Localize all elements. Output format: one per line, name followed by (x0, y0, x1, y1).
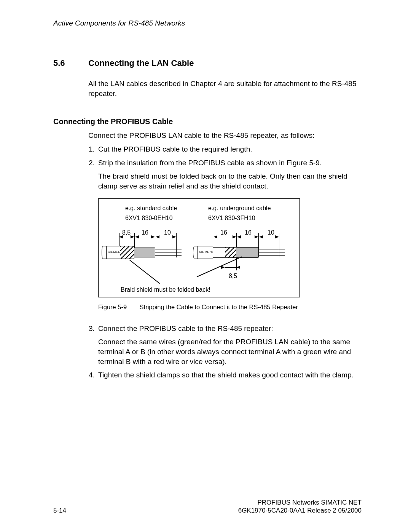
page-number: 5-14 (53, 507, 66, 514)
fig-left-dim-b: 16 (142, 228, 148, 237)
fig-right-brand: SIEMENS (199, 250, 214, 254)
step-3-note: Connect the same wires (green/red for th… (98, 337, 362, 366)
step-4: Tighten the shield clamps so that the sh… (97, 370, 362, 380)
figure-caption-text: Stripping the Cable to Connect it to the… (140, 304, 298, 310)
subsection-body: Connect the PROFIBUS LAN cable to the RS… (88, 131, 362, 380)
fig-right-dim-b: 16 (245, 228, 252, 237)
step-2-note: The braid shield must be folded back on … (98, 171, 362, 191)
step-1-text: Cut the PROFIBUS cable to the required l… (98, 145, 252, 153)
fig-right-title: e.g. underground cable (208, 204, 271, 212)
figure-5-9: e.g. standard cable 6XV1 830-0EH10 8,5 1… (98, 198, 300, 297)
step-3: Connect the PROFIBUS cable to the RS-485… (97, 324, 362, 367)
step-2: Strip the insulation from the PROFIBUS c… (97, 158, 362, 312)
figure-caption-number: Figure 5-9 (98, 303, 138, 311)
step-3-text: Connect the PROFIBUS cable to the RS-485… (98, 324, 273, 332)
section-title: Connecting the LAN Cable (88, 58, 194, 68)
section-heading: 5.6 Connecting the LAN Cable (53, 58, 362, 68)
page: Active Components for RS-485 Networks 5.… (0, 0, 411, 532)
intro-paragraph: All the LAN cables described in Chapter … (88, 79, 362, 98)
section-number: 5.6 (53, 58, 88, 68)
lead-sentence: Connect the PROFIBUS LAN cable to the RS… (88, 131, 362, 141)
fig-left-title: e.g. standard cable (125, 204, 177, 212)
subsection-heading: Connecting the PROFIBUS Cable (53, 117, 362, 126)
fig-left-dim-a: 8,5 (122, 228, 131, 237)
fig-right-dim-c: 10 (268, 228, 274, 237)
running-head: Active Components for RS-485 Networks (53, 19, 362, 30)
fig-note: Braid shield must be folded back! (121, 286, 210, 294)
figure-caption: Figure 5-9 Stripping the Cable to Connec… (98, 303, 362, 311)
fig-right-dim-under: 8,5 (229, 272, 237, 280)
fig-right-dim-a: 16 (220, 228, 227, 237)
step-2-text: Strip the insulation from the PROFIBUS c… (98, 159, 322, 167)
step-1: Cut the PROFIBUS cable to the required l… (97, 144, 362, 154)
step-4-text: Tighten the shield clamps so that the sh… (98, 371, 354, 379)
section-intro: All the LAN cables described in Chapter … (88, 79, 362, 98)
fig-left-partno: 6XV1 830-0EH10 (125, 214, 173, 222)
step-list: Cut the PROFIBUS cable to the required l… (88, 144, 362, 380)
fig-left-dim-c: 10 (164, 228, 171, 237)
footer-line-2: 6GK1970-5CA20-0AA1 Release 2 05/2000 (238, 506, 362, 514)
fig-right-partno: 6XV1 830-3FH10 (208, 214, 255, 222)
footer-line-1: PROFIBUS Networks SIMATIC NET (238, 498, 362, 506)
